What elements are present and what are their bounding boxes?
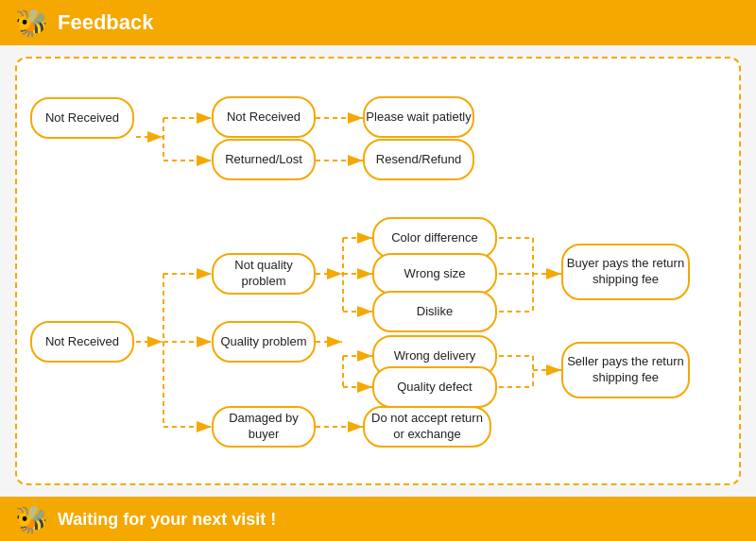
- box-not-quality-problem: Not quality problem: [212, 253, 316, 295]
- header: 🐝 Feedback: [0, 0, 756, 45]
- box-quality-problem: Quality problem: [212, 321, 316, 363]
- box-not-received-right: Not Received: [212, 96, 316, 138]
- bee-icon-header: 🐝: [15, 8, 48, 39]
- box-do-not-accept: Do not accept return or exchange: [363, 406, 491, 448]
- box-not-received-top: Not Received: [30, 97, 134, 139]
- box-seller-pays: Seller pays the return shipping fee: [561, 342, 690, 398]
- footer-title: Waiting for your next visit !: [58, 510, 276, 530]
- box-dislike: Dislike: [372, 291, 497, 332]
- box-quality-defect: Quality defect: [372, 366, 497, 408]
- box-wrong-size: Wrong size: [372, 253, 497, 295]
- box-please-wait: Please wait patietly: [363, 96, 474, 138]
- header-title: Feedback: [58, 10, 154, 35]
- box-not-received-bottom: Not Received: [30, 321, 134, 363]
- footer: 🐝 Waiting for your next visit !: [0, 497, 756, 541]
- box-buyer-pays: Buyer pays the return shipping fee: [561, 244, 690, 300]
- box-returned-lost: Returned/Lost: [212, 139, 316, 180]
- main-content: Not Received Not Received Returned/Lost …: [15, 57, 741, 485]
- box-damaged-by-buyer: Damaged by buyer: [212, 406, 316, 448]
- box-resend-refund: Resend/Refund: [363, 139, 474, 180]
- bee-icon-footer: 🐝: [15, 504, 48, 535]
